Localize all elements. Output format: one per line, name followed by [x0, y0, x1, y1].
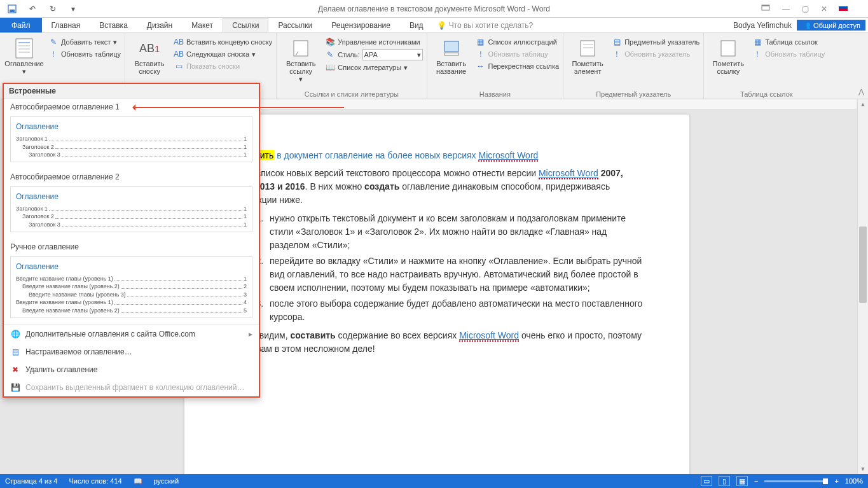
preview-dots — [62, 221, 242, 227]
zoom-in-icon[interactable]: + — [834, 477, 838, 485]
toc-custom-button[interactable]: ▤ Настраиваемое оглавление… — [4, 343, 259, 361]
tab-макет[interactable]: Макет — [182, 18, 223, 32]
scrollbar-thumb[interactable] — [859, 227, 867, 303]
mark-citation-button[interactable]: Пометить ссылку — [708, 36, 748, 89]
scroll-up-icon[interactable]: ▲ — [858, 99, 868, 109]
maximize-icon[interactable]: ▢ — [799, 4, 811, 13]
preview-page: 5 — [244, 307, 247, 315]
tell-me-search[interactable]: 💡 Что вы хотите сделать? — [437, 18, 534, 32]
zoom-slider[interactable] — [764, 480, 828, 482]
next-footnote-icon: AB — [174, 49, 184, 59]
tab-главная[interactable]: Главная — [42, 18, 90, 32]
status-page[interactable]: Страница 4 из 4 — [5, 477, 57, 485]
cross-ref-icon: ↔ — [476, 61, 486, 71]
cross-reference-button[interactable]: ↔Перекрестная ссылка — [476, 61, 560, 71]
preview-text: Заголовок 2 — [16, 143, 54, 151]
heading-link[interactable]: Microsoft Word — [478, 150, 538, 162]
tab-ссылки[interactable]: Ссылки — [223, 18, 268, 32]
toc-auto2-label: Автособираемое оглавление 2 — [10, 172, 252, 181]
insert-footnote-button[interactable]: AB1 Вставить сноску — [129, 36, 170, 89]
redo-icon[interactable]: ↻ — [46, 2, 60, 16]
qat-customize-icon[interactable]: ▾ — [66, 2, 80, 16]
insert-endnote-button[interactable]: ABВставить концевую сноску — [174, 37, 272, 47]
tab-дизайн[interactable]: Дизайн — [137, 18, 182, 32]
tab-file[interactable]: Файл — [0, 18, 42, 32]
toc-gallery-item-auto1[interactable]: Автособираемое оглавление 1 Оглавление З… — [4, 99, 259, 169]
document-page[interactable]: к вставить в документ оглавление на боле… — [184, 115, 689, 474]
insert-citation-button[interactable]: Вставить ссылку▾ — [280, 36, 321, 89]
update-authorities-button[interactable]: ！Обновить таблицу — [752, 49, 825, 59]
insert-citation-label: Вставить ссылку — [286, 60, 316, 75]
toc-preview: Оглавление Заголовок 11Заголовок 21Загол… — [10, 186, 252, 232]
toc-gallery-item-auto2[interactable]: Автособираемое оглавление 2 Оглавление З… — [4, 169, 259, 239]
chevron-right-icon: ▸ — [249, 330, 252, 338]
update-index-button[interactable]: ！Обновить указатель — [612, 49, 699, 59]
tab-рассылки[interactable]: Рассылки — [268, 18, 322, 32]
preview-title: Оглавление — [16, 262, 247, 271]
toc-button[interactable]: Оглавление▾ — [4, 36, 45, 89]
view-web-icon[interactable]: ▦ — [736, 476, 748, 486]
mark-entry-button[interactable]: Пометить элемент — [567, 36, 608, 89]
preview-text: Заголовок 1 — [16, 135, 48, 143]
close-icon[interactable]: ✕ — [818, 4, 830, 13]
share-button[interactable]: 👥 Общий доступ — [797, 20, 865, 31]
preview-page: 1 — [244, 275, 247, 283]
toc-gallery-item-manual[interactable]: Ручное оглавление Оглавление Введите наз… — [4, 239, 259, 324]
tab-вид[interactable]: Вид — [400, 18, 433, 32]
show-notes-button[interactable]: ▭Показать сноски — [174, 61, 272, 71]
preview-row: Введите название главы (уровень 2)2 — [16, 282, 247, 291]
insert-index-button[interactable]: ▤Предметный указатель — [612, 37, 699, 47]
zoom-out-icon[interactable]: − — [754, 477, 758, 485]
toc-remove-button[interactable]: ✖ Удалить оглавление — [4, 361, 259, 379]
toc-icon — [14, 38, 34, 59]
ribbon-group-authorities: Пометить ссылку ▦Таблица ссылок ！Обновит… — [704, 33, 829, 99]
manage-sources-button[interactable]: 📚Управление источниками — [325, 37, 422, 47]
table-authorities-button[interactable]: ▦Таблица ссылок — [752, 37, 825, 47]
p2-link[interactable]: Microsoft Word — [459, 330, 519, 342]
tab-вставка[interactable]: Вставка — [90, 18, 137, 32]
zoom-slider-knob[interactable] — [823, 478, 828, 484]
view-print-icon[interactable]: ▯ — [719, 476, 730, 486]
authorities-label: Таблица ссылок — [765, 38, 818, 46]
ribbon-group-captions: Вставить название ▦Список иллюстраций ！О… — [427, 33, 564, 99]
user-name[interactable]: Bodya Yefimchuk — [733, 21, 792, 30]
ribbon-collapse-icon[interactable]: ⋀ — [858, 88, 864, 96]
toc-gallery-dropdown: Встроенные Автособираемое оглавление 1 О… — [3, 83, 260, 398]
table-of-figures-button[interactable]: ▦Список иллюстраций — [476, 37, 560, 47]
toc-auto1-label: Автособираемое оглавление 1 — [10, 102, 120, 111]
vertical-scrollbar[interactable]: ▲ ▼ — [857, 99, 868, 474]
zoom-level[interactable]: 100% — [845, 477, 863, 485]
add-text-button[interactable]: ✎Добавить текст ▾ — [48, 37, 121, 47]
svg-rect-4 — [16, 39, 32, 58]
save-icon[interactable] — [5, 2, 19, 16]
status-language[interactable]: русский — [154, 477, 179, 485]
bibliography-icon: 📖 — [325, 62, 335, 73]
undo-icon[interactable]: ↶ — [25, 2, 39, 16]
paragraph-1: В список новых версий текстового процесс… — [230, 167, 644, 207]
next-footnote-button[interactable]: ABСледующая сноска ▾ — [174, 49, 272, 59]
mark-citation-icon — [718, 38, 738, 59]
svg-rect-12 — [581, 41, 595, 56]
preview-page: 2 — [244, 282, 247, 291]
toc-more-label: Дополнительные оглавления с сайта Office… — [25, 330, 195, 338]
update-table-button[interactable]: ！Обновить таблицу — [48, 49, 121, 59]
view-read-icon[interactable]: ▭ — [701, 476, 712, 486]
insert-caption-button[interactable]: Вставить название — [431, 36, 472, 89]
minimize-icon[interactable]: — — [780, 4, 792, 13]
spellcheck-icon[interactable]: 📖 — [134, 477, 142, 485]
tab-рецензирование[interactable]: Рецензирование — [322, 18, 400, 32]
citation-style-combo[interactable]: ✎ Стиль: APA▾ — [325, 49, 422, 60]
language-flag-icon[interactable] — [839, 4, 848, 11]
bibliography-button[interactable]: 📖Список литературы ▾ — [325, 62, 422, 73]
p1-link[interactable]: Microsoft Word — [539, 168, 598, 179]
share-icon: 👥 — [802, 21, 811, 29]
status-word-count[interactable]: Число слов: 414 — [69, 477, 121, 485]
scroll-down-icon[interactable]: ▼ — [858, 464, 868, 474]
lightbulb-icon: 💡 — [437, 21, 446, 30]
toc-more-office-button[interactable]: 🌐 Дополнительные оглавления с сайта Offi… — [4, 325, 259, 343]
ribbon-options-icon[interactable] — [761, 4, 773, 13]
update-figures-button[interactable]: ！Обновить таблицу — [476, 49, 560, 59]
authorities-icon: ▦ — [752, 37, 762, 47]
style-value[interactable]: APA▾ — [362, 49, 423, 60]
preview-row: Введите название главы (уровень 1)4 — [16, 298, 247, 307]
